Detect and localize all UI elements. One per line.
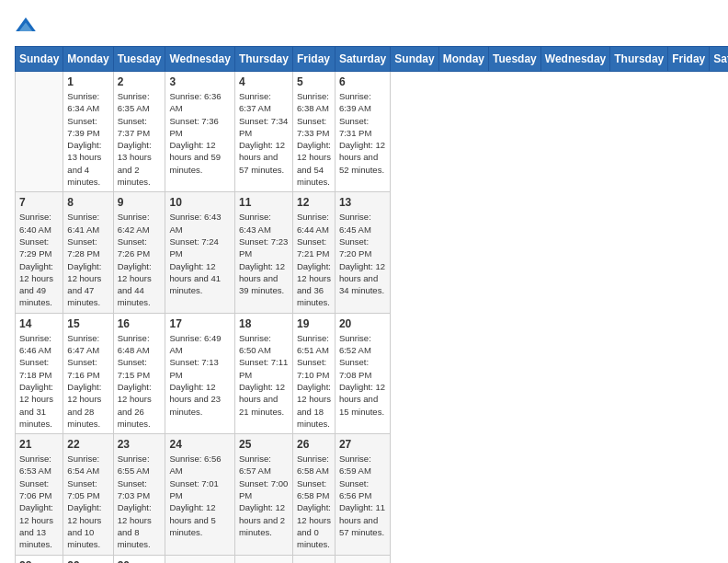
calendar-cell: 9Sunrise: 6:42 AM Sunset: 7:26 PM Daylig… xyxy=(113,192,165,313)
day-number: 28 xyxy=(19,559,59,564)
page-header xyxy=(15,15,713,37)
calendar-cell: 28Sunrise: 7:00 AM Sunset: 6:55 PM Dayli… xyxy=(16,555,63,563)
day-number: 17 xyxy=(169,317,230,330)
day-info: Sunrise: 6:44 AM Sunset: 7:21 PM Dayligh… xyxy=(297,211,331,308)
header-wednesday: Wednesday xyxy=(165,47,234,72)
day-number: 3 xyxy=(169,75,230,88)
calendar-cell: 4Sunrise: 6:37 AM Sunset: 7:34 PM Daylig… xyxy=(234,72,292,192)
calendar-cell xyxy=(165,555,234,563)
day-number: 7 xyxy=(19,196,59,209)
day-number: 15 xyxy=(67,317,108,330)
calendar-cell: 1Sunrise: 6:34 AM Sunset: 7:39 PM Daylig… xyxy=(63,72,113,192)
day-number: 16 xyxy=(118,317,162,330)
calendar-cell: 11Sunrise: 6:43 AM Sunset: 7:23 PM Dayli… xyxy=(234,192,292,313)
calendar-header-row: SundayMondayTuesdayWednesdayThursdayFrid… xyxy=(16,47,729,72)
header-monday: Monday xyxy=(438,47,488,72)
calendar-cell: 27Sunrise: 6:59 AM Sunset: 6:56 PM Dayli… xyxy=(335,434,390,555)
calendar-cell: 8Sunrise: 6:41 AM Sunset: 7:28 PM Daylig… xyxy=(63,192,113,313)
calendar-cell xyxy=(234,555,292,563)
header-thursday: Thursday xyxy=(610,47,668,72)
day-number: 2 xyxy=(118,75,162,88)
header-monday: Monday xyxy=(63,47,113,72)
calendar-week-row: 7Sunrise: 6:40 AM Sunset: 7:29 PM Daylig… xyxy=(16,192,729,313)
calendar-cell: 19Sunrise: 6:51 AM Sunset: 7:10 PM Dayli… xyxy=(292,313,335,433)
day-info: Sunrise: 6:58 AM Sunset: 6:58 PM Dayligh… xyxy=(297,453,331,550)
day-info: Sunrise: 6:46 AM Sunset: 7:18 PM Dayligh… xyxy=(19,332,59,430)
day-info: Sunrise: 6:45 AM Sunset: 7:20 PM Dayligh… xyxy=(339,211,386,296)
header-friday: Friday xyxy=(668,47,710,72)
calendar-cell: 7Sunrise: 6:40 AM Sunset: 7:29 PM Daylig… xyxy=(16,192,63,313)
calendar-cell: 30Sunrise: 7:02 AM Sunset: 6:51 PM Dayli… xyxy=(113,555,165,563)
day-number: 13 xyxy=(339,196,386,209)
day-info: Sunrise: 6:57 AM Sunset: 7:00 PM Dayligh… xyxy=(239,453,289,538)
header-tuesday: Tuesday xyxy=(113,47,165,72)
day-number: 4 xyxy=(239,75,289,88)
day-info: Sunrise: 6:43 AM Sunset: 7:23 PM Dayligh… xyxy=(239,211,289,296)
day-number: 27 xyxy=(339,438,386,451)
day-info: Sunrise: 6:52 AM Sunset: 7:08 PM Dayligh… xyxy=(339,332,386,418)
day-number: 10 xyxy=(169,196,230,209)
calendar-week-row: 28Sunrise: 7:00 AM Sunset: 6:55 PM Dayli… xyxy=(16,555,729,563)
day-number: 25 xyxy=(239,438,289,451)
day-info: Sunrise: 6:56 AM Sunset: 7:01 PM Dayligh… xyxy=(169,453,230,538)
calendar-cell: 18Sunrise: 6:50 AM Sunset: 7:11 PM Dayli… xyxy=(234,313,292,433)
day-number: 19 xyxy=(297,317,331,330)
calendar-cell: 2Sunrise: 6:35 AM Sunset: 7:37 PM Daylig… xyxy=(113,72,165,192)
day-info: Sunrise: 6:48 AM Sunset: 7:15 PM Dayligh… xyxy=(118,332,162,430)
day-number: 21 xyxy=(19,438,59,451)
day-number: 24 xyxy=(169,438,230,451)
day-number: 26 xyxy=(297,438,331,451)
day-info: Sunrise: 6:53 AM Sunset: 7:06 PM Dayligh… xyxy=(19,453,59,550)
day-number: 12 xyxy=(297,196,331,209)
day-info: Sunrise: 6:36 AM Sunset: 7:36 PM Dayligh… xyxy=(169,90,230,176)
day-number: 8 xyxy=(67,196,108,209)
day-number: 22 xyxy=(67,438,108,451)
calendar-cell: 10Sunrise: 6:43 AM Sunset: 7:24 PM Dayli… xyxy=(165,192,234,313)
header-sunday: Sunday xyxy=(391,47,438,72)
day-info: Sunrise: 6:49 AM Sunset: 7:13 PM Dayligh… xyxy=(169,332,230,418)
calendar-cell: 17Sunrise: 6:49 AM Sunset: 7:13 PM Dayli… xyxy=(165,313,234,433)
header-friday: Friday xyxy=(292,47,335,72)
day-info: Sunrise: 6:59 AM Sunset: 6:56 PM Dayligh… xyxy=(339,453,386,538)
calendar-cell: 22Sunrise: 6:54 AM Sunset: 7:05 PM Dayli… xyxy=(63,434,113,555)
day-number: 20 xyxy=(339,317,386,330)
logo xyxy=(15,15,40,37)
calendar-week-row: 1Sunrise: 6:34 AM Sunset: 7:39 PM Daylig… xyxy=(16,72,729,192)
day-number: 30 xyxy=(118,559,162,564)
calendar-cell: 26Sunrise: 6:58 AM Sunset: 6:58 PM Dayli… xyxy=(292,434,335,555)
calendar-cell: 24Sunrise: 6:56 AM Sunset: 7:01 PM Dayli… xyxy=(165,434,234,555)
calendar-cell: 23Sunrise: 6:55 AM Sunset: 7:03 PM Dayli… xyxy=(113,434,165,555)
calendar-cell xyxy=(292,555,335,563)
day-info: Sunrise: 6:34 AM Sunset: 7:39 PM Dayligh… xyxy=(67,90,108,188)
calendar-cell: 13Sunrise: 6:45 AM Sunset: 7:20 PM Dayli… xyxy=(335,192,390,313)
day-number: 11 xyxy=(239,196,289,209)
calendar-cell: 6Sunrise: 6:39 AM Sunset: 7:31 PM Daylig… xyxy=(335,72,390,192)
header-wednesday: Wednesday xyxy=(540,47,609,72)
calendar-cell: 25Sunrise: 6:57 AM Sunset: 7:00 PM Dayli… xyxy=(234,434,292,555)
day-info: Sunrise: 6:42 AM Sunset: 7:26 PM Dayligh… xyxy=(118,211,162,308)
day-info: Sunrise: 6:51 AM Sunset: 7:10 PM Dayligh… xyxy=(297,332,331,430)
header-thursday: Thursday xyxy=(234,47,292,72)
header-saturday: Saturday xyxy=(710,47,728,72)
day-info: Sunrise: 6:54 AM Sunset: 7:05 PM Dayligh… xyxy=(67,453,108,550)
calendar-cell: 5Sunrise: 6:38 AM Sunset: 7:33 PM Daylig… xyxy=(292,72,335,192)
day-number: 5 xyxy=(297,75,331,88)
calendar-cell: 21Sunrise: 6:53 AM Sunset: 7:06 PM Dayli… xyxy=(16,434,63,555)
logo-icon xyxy=(15,15,37,37)
day-number: 1 xyxy=(67,75,108,88)
calendar-cell xyxy=(16,72,63,192)
calendar-cell: 3Sunrise: 6:36 AM Sunset: 7:36 PM Daylig… xyxy=(165,72,234,192)
day-info: Sunrise: 6:37 AM Sunset: 7:34 PM Dayligh… xyxy=(239,90,289,176)
calendar-cell xyxy=(335,555,390,563)
day-info: Sunrise: 6:35 AM Sunset: 7:37 PM Dayligh… xyxy=(118,90,162,188)
day-number: 14 xyxy=(19,317,59,330)
day-info: Sunrise: 6:55 AM Sunset: 7:03 PM Dayligh… xyxy=(118,453,162,550)
day-info: Sunrise: 6:40 AM Sunset: 7:29 PM Dayligh… xyxy=(19,211,59,308)
calendar-week-row: 21Sunrise: 6:53 AM Sunset: 7:06 PM Dayli… xyxy=(16,434,729,555)
calendar-week-row: 14Sunrise: 6:46 AM Sunset: 7:18 PM Dayli… xyxy=(16,313,729,433)
calendar-cell: 15Sunrise: 6:47 AM Sunset: 7:16 PM Dayli… xyxy=(63,313,113,433)
header-tuesday: Tuesday xyxy=(488,47,540,72)
calendar-table: SundayMondayTuesdayWednesdayThursdayFrid… xyxy=(15,46,728,563)
day-number: 29 xyxy=(67,559,108,564)
day-number: 18 xyxy=(239,317,289,330)
